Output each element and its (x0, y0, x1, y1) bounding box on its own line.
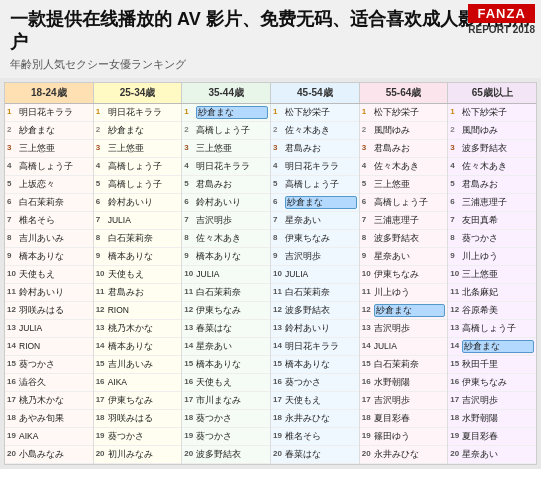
actress-name: 高橋しょう子 (374, 197, 446, 208)
actress-name: 明日花キララ (108, 107, 180, 118)
actress-name: 鈴村あいり (19, 287, 91, 298)
table-row: 14RION (5, 338, 93, 356)
actress-name: 波多野結衣 (196, 449, 268, 460)
table-row: 5高橋しょう子 (94, 176, 182, 194)
table-row: 5君島みお (448, 176, 536, 194)
actress-name: 吉沢明歩 (462, 395, 534, 406)
actress-name: 三浦恵理子 (462, 197, 534, 208)
actress-name: 高橋しょう子 (108, 161, 180, 172)
rank-number: 17 (96, 395, 106, 405)
actress-name: JULIA (285, 269, 357, 280)
actress-name: 椎名そら (19, 215, 91, 226)
rank-number: 9 (184, 251, 194, 261)
rank-number: 17 (184, 395, 194, 405)
table-row: 14橋本ありな (94, 338, 182, 356)
actress-name: 橋本ありな (196, 359, 268, 370)
rank-number: 1 (184, 107, 194, 117)
actress-name: 葵つかさ (196, 413, 268, 424)
actress-name: 三浦恵理子 (374, 215, 446, 226)
rank-number: 4 (362, 161, 372, 171)
table-row: 3三上悠亜 (5, 140, 93, 158)
rank-number: 1 (450, 107, 460, 117)
rank-number: 11 (362, 287, 372, 297)
rank-number: 10 (96, 269, 106, 279)
rank-number: 12 (184, 305, 194, 315)
data-col-age-18: 1明日花キララ2紗倉まな3三上悠亜4高橋しょう子5上坂恋々6白石茉莉奈7椎名そら… (5, 104, 94, 464)
table-row: 18あやみ旬果 (5, 410, 93, 428)
actress-name: 君島みお (285, 143, 357, 154)
rank-number: 4 (7, 161, 17, 171)
actress-name: 伊東ちなみ (374, 269, 446, 280)
rank-number: 7 (7, 215, 17, 225)
rank-number: 18 (273, 413, 283, 423)
rank-number: 11 (273, 287, 283, 297)
table-row: 4佐々木あき (448, 158, 536, 176)
table-row: 10天使もえ (94, 266, 182, 284)
actress-name: 橋本ありな (108, 341, 180, 352)
col-header-age-18: 18-24歳 (5, 83, 94, 103)
rank-number: 16 (7, 377, 17, 387)
table-row: 20星奈あい (448, 446, 536, 464)
actress-name: 高橋しょう子 (285, 179, 357, 190)
table-row: 6紗倉まな (271, 194, 359, 212)
actress-name: 吉川あいみ (108, 359, 180, 370)
actress-name: 羽咲みはる (108, 413, 180, 424)
actress-name: 初川みなみ (108, 449, 180, 460)
rank-number: 13 (7, 323, 17, 333)
actress-name: 葵つかさ (285, 377, 357, 388)
rank-number: 3 (362, 143, 372, 153)
rank-number: 5 (450, 179, 460, 189)
table-row: 16葵つかさ (271, 374, 359, 392)
actress-name: AIKA (108, 377, 180, 388)
table-row: 1松下紗栄子 (360, 104, 448, 122)
actress-name: AIKA (19, 431, 91, 442)
table-row: 17天使もえ (271, 392, 359, 410)
actress-name: 橋本ありな (108, 251, 180, 262)
actress-name: 小島みなみ (19, 449, 91, 460)
rank-number: 2 (362, 125, 372, 135)
actress-name: 三上悠亜 (462, 269, 534, 280)
table-row: 4明日花キララ (271, 158, 359, 176)
rank-number: 15 (362, 359, 372, 369)
col-header-age-25: 25-34歳 (94, 83, 183, 103)
rank-number: 11 (184, 287, 194, 297)
actress-name: 市川まなみ (196, 395, 268, 406)
rank-number: 10 (184, 269, 194, 279)
rank-number: 8 (184, 233, 194, 243)
rank-number: 4 (96, 161, 106, 171)
rank-number: 19 (450, 431, 460, 441)
table-row: 4佐々木あき (360, 158, 448, 176)
table-row: 5三上悠亜 (360, 176, 448, 194)
rank-number: 3 (273, 143, 283, 153)
actress-name: 紗倉まな (285, 196, 357, 209)
rank-number: 16 (184, 377, 194, 387)
table-row: 19葵つかさ (182, 428, 270, 446)
table-row: 5上坂恋々 (5, 176, 93, 194)
rank-number: 7 (362, 215, 372, 225)
table-row: 3波多野結衣 (448, 140, 536, 158)
actress-name: 波多野結衣 (374, 233, 446, 244)
rank-number: 2 (7, 125, 17, 135)
actress-name: あやみ旬果 (19, 413, 91, 424)
actress-name: 紗倉まな (462, 340, 534, 353)
table-row: 11白石茉莉奈 (271, 284, 359, 302)
table-row: 7椎名そら (5, 212, 93, 230)
table-row: 15葵つかさ (5, 356, 93, 374)
rank-number: 18 (362, 413, 372, 423)
table-row: 19椎名そら (271, 428, 359, 446)
table-row: 15橋本ありな (271, 356, 359, 374)
table-row: 20春菜はな (271, 446, 359, 464)
rank-number: 1 (362, 107, 372, 117)
table-row: 4高橋しょう子 (5, 158, 93, 176)
table-row: 6鈴村あいり (94, 194, 182, 212)
col-header-age-65: 65歳以上 (448, 83, 536, 103)
column-headers: 18-24歳25-34歳35-44歳45-54歳55-64歳65歳以上 (5, 83, 536, 104)
rank-number: 12 (96, 305, 106, 315)
rank-number: 6 (450, 197, 460, 207)
table-row: 9橋本ありな (5, 248, 93, 266)
actress-name: 伊東ちなみ (462, 377, 534, 388)
table-row: 14星奈あい (182, 338, 270, 356)
table-row: 9星奈あい (360, 248, 448, 266)
rank-number: 17 (362, 395, 372, 405)
table-row: 6高橋しょう子 (360, 194, 448, 212)
